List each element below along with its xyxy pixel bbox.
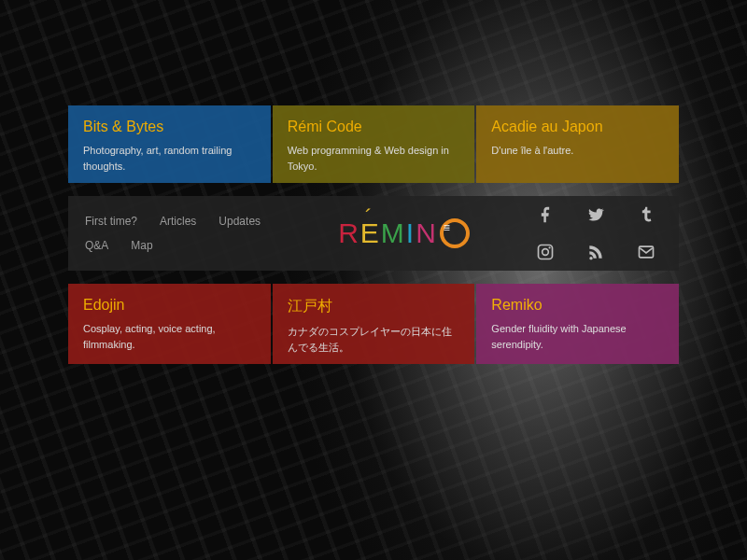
card-bits-and-bytes[interactable]: Bits & Bytes Photography, art, random tr…: [68, 105, 271, 183]
top-card-row: Bits & Bytes Photography, art, random tr…: [68, 105, 679, 183]
card-title: Edojin: [83, 297, 256, 314]
logo-letter: M: [381, 217, 406, 249]
card-edomura[interactable]: 江戸村 カナダのコスプレイヤーの日本に住んでる生活。: [273, 284, 475, 364]
nav-first-time[interactable]: First time?: [74, 209, 148, 233]
card-remiko[interactable]: Remiko Gender fluidity with Japanese ser…: [476, 284, 679, 364]
logo-letter: N: [416, 217, 438, 249]
logo-letter: I: [406, 217, 416, 249]
logo[interactable]: R E M I N ≡: [288, 196, 520, 271]
instagram-icon[interactable]: [520, 233, 571, 271]
nav-links: First time? Articles Updates Q&A Map: [68, 196, 288, 271]
logo-text: R E M I N ≡: [338, 217, 470, 249]
logo-letter: E: [360, 217, 381, 249]
card-desc: Web programming & Web design in Tokyo.: [288, 143, 460, 174]
card-title: Rémi Code: [288, 119, 460, 135]
navbar: First time? Articles Updates Q&A Map R E…: [68, 196, 679, 271]
card-title: Remiko: [491, 297, 664, 314]
card-acadie-au-japon[interactable]: Acadie au Japon D'une île à l'autre.: [476, 105, 679, 183]
card-title: Acadie au Japon: [491, 119, 664, 135]
card-remi-code[interactable]: Rémi Code Web programming & Web design i…: [273, 105, 475, 183]
nav-updates[interactable]: Updates: [207, 209, 272, 233]
twitter-icon[interactable]: [571, 196, 621, 233]
facebook-icon[interactable]: [520, 196, 571, 233]
bottom-card-row: Edojin Cosplay, acting, voice acting, fi…: [68, 284, 679, 364]
rss-icon[interactable]: [571, 233, 621, 271]
nav-articles[interactable]: Articles: [148, 209, 207, 233]
card-desc: Cosplay, acting, voice acting, filmmakin…: [83, 321, 256, 352]
card-title: 江戸村: [288, 297, 460, 316]
logo-letter: ≡: [440, 218, 470, 248]
svg-point-1: [543, 249, 549, 256]
nav-map[interactable]: Map: [120, 233, 163, 258]
card-desc: カナダのコスプレイヤーの日本に住んでる生活。: [288, 324, 460, 355]
card-desc: D'une île à l'autre.: [491, 143, 664, 159]
email-icon[interactable]: [621, 233, 671, 271]
svg-point-2: [549, 246, 551, 248]
tumblr-icon[interactable]: [621, 196, 671, 233]
social-links: [520, 196, 679, 271]
nav-qa[interactable]: Q&A: [74, 233, 120, 258]
card-desc: Photography, art, random trailing though…: [83, 143, 256, 174]
content-stage: Bits & Bytes Photography, art, random tr…: [68, 105, 679, 364]
card-title: Bits & Bytes: [83, 119, 256, 135]
card-edojin[interactable]: Edojin Cosplay, acting, voice acting, fi…: [68, 284, 271, 364]
card-desc: Gender fluidity with Japanese serendipit…: [491, 321, 664, 352]
logo-letter: R: [338, 217, 360, 249]
